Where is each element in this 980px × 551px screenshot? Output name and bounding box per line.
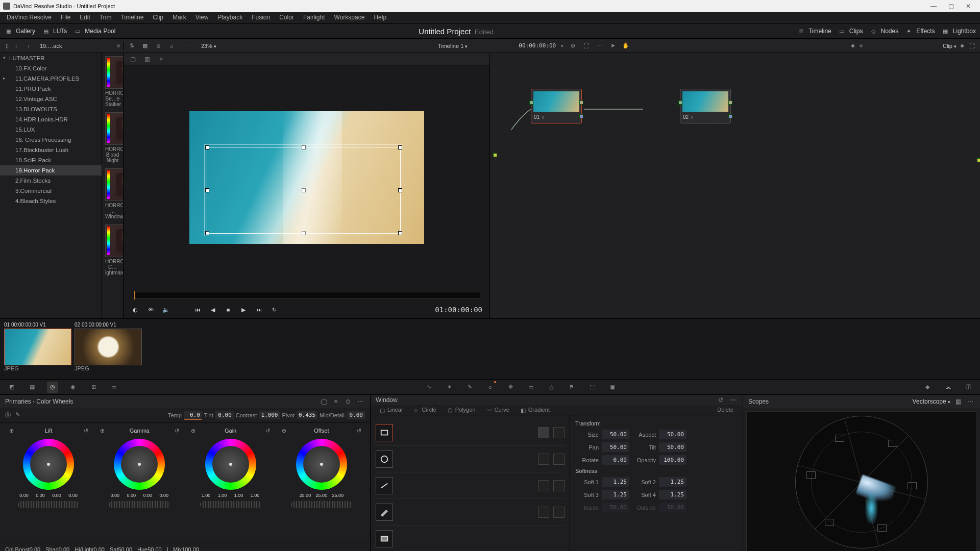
step-back-button[interactable]: ◀ <box>208 305 217 314</box>
qualifier-icon[interactable]: ✎ <box>464 382 475 393</box>
wheel-value[interactable]: 1.00 <box>215 493 230 498</box>
list-view-icon[interactable]: ≣ <box>154 42 162 50</box>
unmix-icon[interactable]: ◐ <box>131 305 140 314</box>
nav-fwd-button[interactable]: › <box>28 43 36 49</box>
menu-clip[interactable]: Clip <box>148 12 168 23</box>
window-reset-icon[interactable]: ↺ <box>716 395 725 405</box>
soft3-value[interactable]: 1.25 <box>602 490 629 499</box>
options-icon[interactable]: ⋯ <box>181 42 189 50</box>
primaries-mode-1-icon[interactable]: ◯ <box>319 397 328 406</box>
close-button[interactable]: ✕ <box>960 0 977 12</box>
last-frame-button[interactable]: ⏭ <box>254 305 263 314</box>
shape-row-gradient[interactable] <box>376 525 565 551</box>
pointer-icon[interactable]: ➤ <box>608 42 617 50</box>
breadcrumb[interactable]: 19.…ack <box>40 43 113 49</box>
lut-thumb[interactable]: HORROR Blood Night <box>105 112 120 163</box>
lut-thumb[interactable]: HORROR … Window <box>105 168 120 219</box>
clip-item[interactable]: 02 00:00:00:00 V1JPEG <box>75 321 142 371</box>
shape-linear-tab[interactable]: ▢Linear <box>376 405 407 414</box>
scope-options-icon[interactable]: ⋯ <box>966 397 975 406</box>
luts-toggle[interactable]: ▤LUTs <box>41 27 67 36</box>
pw-handle-tc[interactable] <box>302 145 306 149</box>
wheel-jog[interactable] <box>18 501 79 508</box>
maximize-button[interactable]: ▢ <box>942 0 960 12</box>
menu-help[interactable]: Help <box>369 12 391 23</box>
viewer-options-icon[interactable]: ⋯ <box>595 42 603 50</box>
mute-icon[interactable]: 🔈 <box>161 305 170 314</box>
lut-folder-item[interactable]: ▾LUTMASTER <box>0 53 102 63</box>
shape-circle-swatch[interactable] <box>376 450 393 468</box>
clip-dropdown[interactable]: Clip ▾ <box>943 43 957 49</box>
shape-mask-toggle[interactable] <box>538 427 549 438</box>
shape-invert-toggle[interactable] <box>553 507 565 518</box>
wheel-value[interactable]: 0.00 <box>16 493 32 498</box>
lut-folder-item[interactable]: 14.HDR.Looks.HDR <box>0 114 102 124</box>
play-button[interactable]: ▶ <box>239 305 248 314</box>
grid-view-icon[interactable]: ▦ <box>141 42 149 50</box>
pw-handle-bc[interactable] <box>302 231 306 235</box>
wheel-value[interactable]: 1.00 <box>248 493 263 498</box>
magic-mask-icon[interactable]: ▭ <box>525 382 536 393</box>
middetail-value[interactable]: 0.00 <box>347 411 365 419</box>
lut-folder-item[interactable]: 15.LUX <box>0 124 102 135</box>
color-wheel[interactable] <box>23 439 74 490</box>
node-editor[interactable]: 01 ○02 ○ <box>490 53 980 318</box>
mediapool-toggle[interactable]: ▭Media Pool <box>73 27 115 36</box>
wheel-picker-icon[interactable]: ⊕ <box>189 427 198 435</box>
shape-row-pen[interactable] <box>376 499 565 525</box>
shape-mask-toggle[interactable] <box>538 454 549 465</box>
3d-icon[interactable]: ▣ <box>607 382 618 393</box>
gallery-toggle[interactable]: ▦Gallery <box>4 27 35 36</box>
wheel-value[interactable]: 1.00 <box>231 493 247 498</box>
timeline-dropdown[interactable]: Timeline 1 ▾ <box>438 43 468 49</box>
key-icon[interactable]: ⚑ <box>566 382 577 393</box>
warper-icon[interactable]: ✶ <box>444 382 455 393</box>
zoom-level[interactable]: 23% ▾ <box>201 43 216 49</box>
auto-balance-icon[interactable]: Ⓐ <box>5 411 13 419</box>
minimize-button[interactable]: — <box>925 0 942 12</box>
info-icon[interactable]: ⓘ <box>963 382 974 393</box>
panel-layout-icon[interactable]: ▯ <box>3 42 11 50</box>
shape-circle-tab[interactable]: ○Circle <box>410 405 440 414</box>
split-icon[interactable]: ▥ <box>142 55 152 64</box>
wheel-reset-icon[interactable]: ↺ <box>355 427 363 435</box>
color-wheel[interactable] <box>205 439 256 490</box>
viewer-scrubber[interactable] <box>133 292 480 299</box>
scopes-icon[interactable]: ⫘ <box>942 382 953 393</box>
camera-raw-icon[interactable]: ◩ <box>6 382 17 393</box>
search-icon[interactable]: ⌕ <box>167 42 176 50</box>
lut-folder-item[interactable]: 17.Blockbuster Lush <box>0 145 102 155</box>
shape-polygon-tab[interactable]: ⬠Polygon <box>444 405 480 414</box>
color-match-icon[interactable]: ▦ <box>27 382 38 393</box>
hue-value[interactable]: 50.00 <box>148 546 162 552</box>
lut-folder-item[interactable]: 10.FX.Color <box>0 63 102 73</box>
aspect-value[interactable]: 50.00 <box>659 430 687 439</box>
tint-value[interactable]: 0.00 <box>215 411 234 419</box>
hilight-value[interactable]: 0.00 <box>94 546 105 552</box>
color-node[interactable]: 01 ○ <box>531 89 582 123</box>
hdr-icon[interactable]: ◉ <box>67 382 79 393</box>
pivot-value[interactable]: 0.435 <box>297 411 317 419</box>
lut-thumb[interactable]: HORROR Be…e Stalker <box>105 56 120 107</box>
shape-invert-toggle[interactable] <box>553 427 565 438</box>
primaries-icon[interactable]: ◎ <box>47 382 58 393</box>
wheel-value[interactable]: 0.00 <box>124 493 139 498</box>
menu-davinci-resolve[interactable]: DaVinci Resolve <box>2 12 56 23</box>
shape-grad-swatch[interactable] <box>376 530 393 547</box>
color-wheel[interactable] <box>296 439 347 490</box>
menu-trim[interactable]: Trim <box>95 12 116 23</box>
menu-edit[interactable]: Edit <box>75 12 95 23</box>
primaries-mode-2-icon[interactable]: ≡ <box>331 397 340 406</box>
lightbox-toggle[interactable]: ▦Lightbox <box>941 27 976 36</box>
lut-folder-item[interactable]: 18.SciFi Pack <box>0 155 102 165</box>
scope-type-dropdown[interactable]: Vectorscope ▾ <box>913 398 950 405</box>
scope-layout-icon[interactable]: ▦ <box>953 397 963 406</box>
pw-handle-mr[interactable] <box>398 188 402 192</box>
shape-pen-swatch[interactable] <box>376 504 393 521</box>
wheel-value[interactable]: 0.00 <box>65 493 81 498</box>
wheel-value[interactable]: 0.00 <box>107 493 122 498</box>
lut-folder-item[interactable]: 11.PRO.Pack <box>0 84 102 94</box>
wheel-value[interactable]: 0.00 <box>140 493 155 498</box>
lut-folder-item[interactable]: 16. Cross Processing <box>0 135 102 145</box>
loop-button[interactable]: ↻ <box>270 305 279 314</box>
